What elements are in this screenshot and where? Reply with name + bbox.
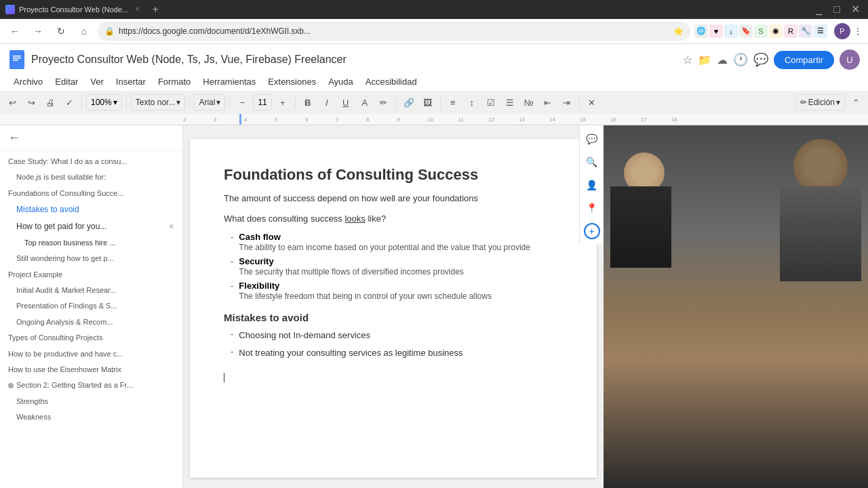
ext-icon-5[interactable]: S [754, 24, 768, 38]
redo-btn[interactable]: ↪ [23, 94, 39, 110]
separator-6 [396, 96, 397, 109]
menu-ver[interactable]: Ver [85, 74, 109, 89]
outline-item-types[interactable]: Types of Consulting Projects [0, 330, 182, 346]
outline-item-paid[interactable]: How to get paid for you... ✕ How to get … [0, 218, 182, 235]
ext-icon-7[interactable]: R [784, 24, 797, 38]
numbered-btn[interactable]: № [521, 94, 537, 110]
outline-item-project[interactable]: Project Example [0, 267, 182, 283]
tab-close-btn[interactable]: ✕ [132, 5, 142, 14]
browser-menu-btn[interactable]: ⋮ [853, 26, 863, 37]
folder-btn[interactable]: 📁 [698, 54, 711, 66]
clear-format-btn[interactable]: ✕ [584, 94, 600, 110]
checklist-btn[interactable]: ☑ [483, 94, 499, 110]
ext-icon-3[interactable]: ↓ [724, 24, 738, 38]
outline-item-ongoing[interactable]: Ongoing Analysis & Recom... [0, 314, 182, 330]
zoom-control[interactable]: 100% ▾ [86, 94, 122, 110]
ext-icon-2[interactable]: ♥ [709, 24, 723, 38]
location-btn[interactable]: 📍 [584, 200, 600, 216]
user-avatar[interactable]: U [840, 49, 860, 70]
text-style-dropdown[interactable]: Texto nor... ▾ [131, 94, 186, 110]
minimize-btn[interactable]: ⎯ [813, 1, 825, 18]
url-text: https://docs.google.com/document/d/1eXhW… [119, 26, 669, 36]
text-style-value: Texto nor... [136, 98, 176, 107]
comment-btn[interactable]: 💬 [753, 52, 768, 67]
outline-item-weakness[interactable]: Weakness [0, 409, 182, 425]
menu-insertar[interactable]: Insertar [111, 74, 151, 89]
share-btn[interactable]: Compartir [774, 51, 834, 69]
sidebar-header: ← [0, 125, 182, 151]
font-size-input[interactable]: 11 [253, 94, 271, 110]
zoom-chevron: ▾ [113, 98, 117, 107]
menu-extensiones[interactable]: Extensiones [262, 74, 321, 89]
history-btn[interactable]: 🕐 [733, 52, 748, 67]
outline-item-strengths[interactable]: Strengths [0, 394, 182, 409]
new-tab-btn[interactable]: + [146, 1, 165, 18]
outline-close-btn[interactable]: ✕ [168, 222, 174, 232]
print-btn[interactable]: 🖨 [42, 94, 58, 110]
align-btn[interactable]: ≡ [445, 94, 461, 110]
people-btn[interactable]: 👤 [584, 177, 600, 193]
browser-avatar[interactable]: P [834, 23, 850, 39]
outline-item-1[interactable]: Node.js is best suitable for: [0, 169, 182, 185]
bold-btn[interactable]: B [300, 94, 316, 110]
outline-item-still[interactable]: Still wondering how to get p... [0, 251, 182, 266]
outline-item-section2[interactable]: Section 2: Getting Started as a Fr... [0, 378, 182, 393]
italic-btn[interactable]: I [319, 94, 335, 110]
link-btn[interactable]: 🔗 [401, 94, 417, 110]
menu-formato[interactable]: Formato [153, 74, 196, 89]
expand-btn[interactable]: ⌃ [848, 94, 864, 110]
outline-item-0[interactable]: Case Study: What I do as a consu... [0, 154, 182, 169]
outline-item-2[interactable]: Foundations of Consulting Succe... [0, 186, 182, 201]
ext-icon-8[interactable]: 🔧 [799, 24, 812, 38]
ext-icon-1[interactable]: 🌐 [694, 24, 708, 38]
star-btn[interactable]: ☆ [683, 54, 692, 66]
menu-herramientas[interactable]: Herramientas [197, 74, 261, 89]
font-family-dropdown[interactable]: Arial ▾ [194, 94, 225, 110]
outline-item-productive[interactable]: How to be productive and have c... [0, 346, 182, 362]
maximize-btn[interactable]: □ [831, 1, 843, 18]
explore-btn[interactable]: 🔍 [584, 154, 600, 170]
close-btn[interactable]: ✕ [848, 0, 863, 18]
menu-archivo[interactable]: Archivo [8, 74, 48, 89]
svg-text:5: 5 [275, 117, 278, 123]
comments-panel-btn[interactable]: 💬 [584, 131, 600, 147]
increase-indent-btn[interactable]: ⇥ [559, 94, 575, 110]
menu-ayuda[interactable]: Ayuda [323, 74, 359, 89]
sidebar-back-btn[interactable]: ← [8, 131, 20, 145]
ext-icon-9[interactable]: ☰ [814, 24, 827, 38]
outline-item-top-reason[interactable]: Top reason business hire ... [0, 235, 182, 251]
bullet-flexibility-content: Flexibility The lifestyle freedom that b… [239, 281, 492, 301]
text-color-btn[interactable]: A [357, 94, 373, 110]
outline-item-mistakes[interactable]: Mistakes to avoid [0, 201, 182, 218]
forward-btn[interactable]: → [28, 22, 47, 41]
outline-item-eisenhower[interactable]: How to use the Eisenhower Matrix [0, 362, 182, 378]
outline-item-audit[interactable]: Initial Audit & Market Resear... [0, 283, 182, 298]
ext-icon-6[interactable]: ◉ [769, 24, 783, 38]
svg-text:13: 13 [519, 117, 525, 123]
zoom-value: 100% [91, 98, 112, 107]
home-btn[interactable]: ⌂ [75, 22, 94, 41]
doc-content-area[interactable]: Foundations of Consulting Success The am… [183, 125, 604, 488]
outline-item-presentation[interactable]: Presentation of Findings & S... [0, 298, 182, 314]
undo-btn[interactable]: ↩ [4, 94, 20, 110]
editing-mode-dropdown[interactable]: ✏ Edición ▾ [795, 94, 845, 110]
cloud-btn[interactable]: ☁ [717, 54, 728, 66]
video-frame [604, 125, 868, 488]
decrease-indent-btn[interactable]: ⇤ [540, 94, 556, 110]
underline-btn[interactable]: U [338, 94, 354, 110]
bullets-btn[interactable]: ☰ [502, 94, 518, 110]
font-size-dec-btn[interactable]: − [234, 94, 250, 110]
highlight-btn[interactable]: ✏ [376, 94, 392, 110]
font-size-inc-btn[interactable]: + [275, 94, 291, 110]
address-bar[interactable]: 🔒 https://docs.google.com/document/d/1eX… [98, 22, 690, 41]
gdocs-doc-title[interactable]: Proyecto Consultor Web (Node, Ts, Js, Vu… [31, 54, 677, 66]
menu-editar[interactable]: Editar [50, 74, 83, 89]
image-btn[interactable]: 🖼 [420, 94, 436, 110]
menu-accesibilidad[interactable]: Accesibilidad [360, 74, 422, 89]
add-element-btn[interactable]: + [584, 223, 600, 239]
spellcheck-btn[interactable]: ✓ [61, 94, 77, 110]
line-spacing-btn[interactable]: ↕ [464, 94, 480, 110]
back-btn[interactable]: ← [5, 22, 24, 41]
refresh-btn[interactable]: ↻ [52, 22, 71, 41]
ext-icon-4[interactable]: 🔖 [739, 24, 753, 38]
